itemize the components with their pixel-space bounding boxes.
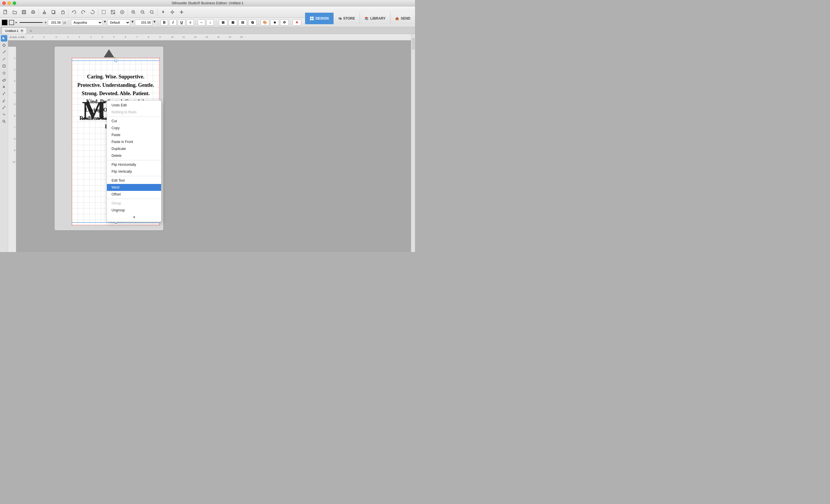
ruler-mark: -2 — [31, 36, 33, 38]
spacing-v-button[interactable]: ↕ — [206, 19, 214, 26]
context-separator-1 — [107, 117, 161, 117]
ruler-mark: 15 — [228, 36, 231, 38]
ungroup-button[interactable]: ⊠ — [228, 19, 237, 26]
context-undo-edit[interactable]: Undo Edit — [107, 102, 161, 109]
color-swatch[interactable] — [2, 20, 7, 25]
cut-action-button[interactable] — [109, 8, 117, 17]
add-tab-button[interactable]: + — [28, 28, 34, 34]
sketch-tool[interactable] — [1, 49, 7, 55]
copy-button[interactable] — [49, 8, 58, 17]
effects-button[interactable]: ★ — [270, 19, 279, 26]
zoom-in-button[interactable] — [129, 8, 138, 17]
context-offset[interactable]: Offset — [107, 191, 161, 198]
tab-label: Untitled-1 — [5, 29, 19, 33]
font-style-selector[interactable]: Default — [107, 19, 130, 26]
print-button[interactable] — [29, 8, 37, 17]
svg-rect-40 — [310, 19, 312, 20]
minimize-button[interactable] — [7, 1, 11, 5]
select-area-button[interactable] — [99, 8, 108, 17]
main-workspace: -6.410, 4.335 -3 -2 -1 0 1 2 3 4 5 6 7 8… — [0, 34, 415, 252]
pan-button[interactable] — [168, 8, 177, 17]
redo-button[interactable] — [79, 8, 88, 17]
svg-line-57 — [5, 93, 5, 93]
node-tool[interactable] — [1, 42, 7, 49]
align-button[interactable]: ≡ — [187, 19, 194, 26]
document-tabs: Untitled-1 ✕ + — [0, 27, 415, 34]
save-button[interactable] — [20, 8, 28, 17]
svg-point-8 — [45, 13, 46, 14]
context-flip-horizontally[interactable]: Flip Horizontally — [107, 161, 161, 168]
paint-tool[interactable] — [1, 97, 7, 104]
context-weld[interactable]: Weld — [107, 184, 161, 191]
separator — [157, 9, 158, 15]
svg-line-65 — [5, 122, 5, 123]
font-selector[interactable]: Augustha — [71, 19, 103, 26]
arrange-button[interactable]: ⊟ — [238, 19, 247, 26]
context-delete[interactable]: Delete — [107, 152, 161, 159]
warp-tool[interactable] — [1, 111, 7, 118]
add-button[interactable] — [177, 8, 186, 17]
context-paste[interactable]: Paste — [107, 131, 161, 138]
line-thickness-input[interactable] — [48, 19, 62, 26]
delete-toolbar-button[interactable]: ✕ — [292, 19, 301, 26]
refresh-button[interactable] — [88, 8, 97, 17]
eraser-tool[interactable] — [1, 77, 7, 83]
zoom-fit-button[interactable]: ↕ — [148, 8, 156, 17]
separator — [258, 20, 259, 25]
transform-button[interactable]: ⟳ — [280, 19, 289, 26]
target-button[interactable] — [118, 8, 127, 17]
rect-tool[interactable] — [1, 63, 7, 69]
tab-close-button[interactable]: ✕ — [20, 29, 24, 33]
design-tab[interactable]: DESIGN — [305, 13, 333, 24]
move-down-button[interactable] — [159, 8, 167, 17]
select-tool[interactable] — [1, 35, 7, 41]
svg-marker-45 — [104, 21, 106, 23]
layers-button[interactable]: ⧉ — [248, 19, 257, 26]
spacing-h-button[interactable]: ↔ — [198, 19, 205, 26]
library-tab[interactable]: 📚 LIBRARY — [360, 13, 390, 24]
context-edit-text[interactable]: Edit Text — [107, 177, 161, 184]
zoom-out-button[interactable] — [138, 8, 147, 17]
svg-line-31 — [153, 13, 154, 14]
zoom-tool[interactable] — [1, 118, 7, 125]
context-copy[interactable]: Copy — [107, 125, 161, 131]
ruler-mark: -1 — [43, 36, 45, 38]
send-tab[interactable]: 📤 SEND — [390, 13, 415, 24]
coordinate-display: -6.410, 4.335 — [8, 34, 26, 40]
ruler-mark: 8 — [148, 36, 149, 38]
ruler-mark: 13 — [205, 36, 208, 38]
eyedrop-tool[interactable] — [1, 104, 7, 111]
bold-button[interactable]: B — [161, 19, 168, 26]
context-ungroup[interactable]: Ungroup — [107, 207, 161, 214]
context-flip-vertically[interactable]: Flip Vertically — [107, 168, 161, 175]
context-cut[interactable]: Cut — [107, 118, 161, 125]
document-tab-untitled[interactable]: Untitled-1 ✕ — [2, 27, 27, 34]
line-tool[interactable] — [1, 56, 7, 62]
separator — [290, 20, 291, 25]
new-button[interactable] — [1, 8, 10, 17]
paste-button[interactable] — [59, 8, 67, 17]
svg-line-26 — [134, 13, 135, 14]
italic-button[interactable]: I — [169, 19, 177, 26]
context-paste-in-front[interactable]: Paste in Front — [107, 138, 161, 145]
context-duplicate[interactable]: Duplicate — [107, 145, 161, 152]
context-menu: Undo Edit Nothing to Redo Cut Copy Paste… — [107, 100, 161, 222]
undo-button[interactable] — [70, 8, 78, 17]
knife-tool[interactable] — [1, 91, 7, 97]
text-tool[interactable]: A — [1, 84, 7, 90]
separator — [68, 9, 69, 15]
star-tool[interactable] — [1, 70, 7, 76]
maximize-button[interactable] — [13, 1, 16, 5]
group-button[interactable]: ⊞ — [219, 19, 227, 26]
svg-line-29 — [143, 13, 145, 14]
close-button[interactable] — [2, 1, 6, 5]
underline-button[interactable]: U — [178, 19, 185, 26]
style-panel-button[interactable]: 🎨 — [260, 19, 269, 26]
library-tab-label: LIBRARY — [370, 17, 386, 21]
open-button[interactable] — [10, 8, 19, 17]
store-tab[interactable]: 🛍 STORE — [333, 13, 360, 24]
svg-rect-53 — [3, 65, 5, 67]
font-size-input[interactable] — [135, 19, 152, 26]
cut-button[interactable] — [40, 8, 49, 17]
context-more-button[interactable]: ▾ — [107, 214, 161, 221]
